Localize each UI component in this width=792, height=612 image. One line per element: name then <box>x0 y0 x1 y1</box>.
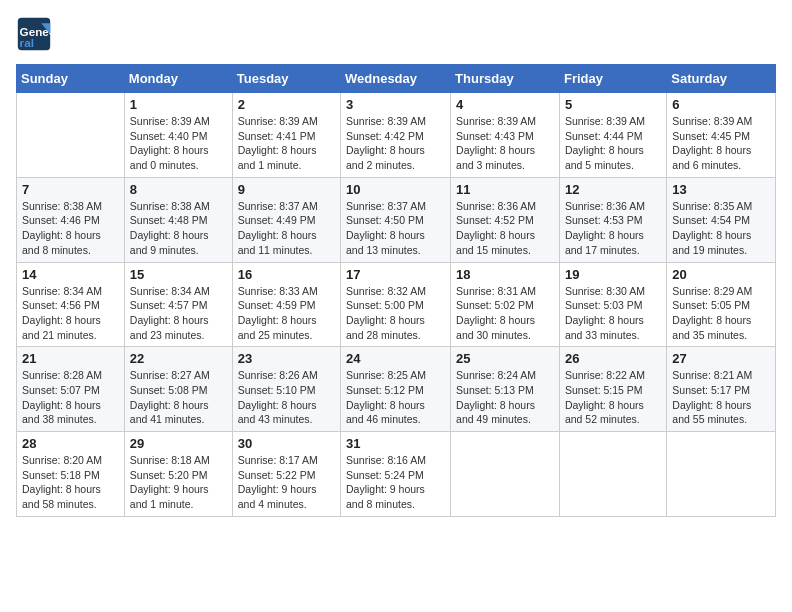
day-info: Sunrise: 8:21 AMSunset: 5:17 PMDaylight:… <box>672 368 770 427</box>
calendar-cell <box>559 432 666 517</box>
day-number: 11 <box>456 182 554 197</box>
calendar-cell: 1Sunrise: 8:39 AMSunset: 4:40 PMDaylight… <box>124 93 232 178</box>
day-info: Sunrise: 8:38 AMSunset: 4:48 PMDaylight:… <box>130 199 227 258</box>
calendar-cell <box>17 93 125 178</box>
calendar-cell: 6Sunrise: 8:39 AMSunset: 4:45 PMDaylight… <box>667 93 776 178</box>
day-number: 31 <box>346 436 445 451</box>
day-info: Sunrise: 8:39 AMSunset: 4:44 PMDaylight:… <box>565 114 661 173</box>
day-info: Sunrise: 8:39 AMSunset: 4:41 PMDaylight:… <box>238 114 335 173</box>
calendar-cell: 17Sunrise: 8:32 AMSunset: 5:00 PMDayligh… <box>341 262 451 347</box>
calendar-week-4: 21Sunrise: 8:28 AMSunset: 5:07 PMDayligh… <box>17 347 776 432</box>
day-number: 24 <box>346 351 445 366</box>
day-info: Sunrise: 8:36 AMSunset: 4:53 PMDaylight:… <box>565 199 661 258</box>
weekday-header-friday: Friday <box>559 65 666 93</box>
calendar-cell: 8Sunrise: 8:38 AMSunset: 4:48 PMDaylight… <box>124 177 232 262</box>
day-number: 4 <box>456 97 554 112</box>
day-info: Sunrise: 8:39 AMSunset: 4:43 PMDaylight:… <box>456 114 554 173</box>
calendar-cell: 24Sunrise: 8:25 AMSunset: 5:12 PMDayligh… <box>341 347 451 432</box>
day-info: Sunrise: 8:32 AMSunset: 5:00 PMDaylight:… <box>346 284 445 343</box>
day-number: 29 <box>130 436 227 451</box>
calendar-cell: 9Sunrise: 8:37 AMSunset: 4:49 PMDaylight… <box>232 177 340 262</box>
day-info: Sunrise: 8:34 AMSunset: 4:57 PMDaylight:… <box>130 284 227 343</box>
day-info: Sunrise: 8:16 AMSunset: 5:24 PMDaylight:… <box>346 453 445 512</box>
svg-text:ral: ral <box>20 36 34 49</box>
calendar-header: SundayMondayTuesdayWednesdayThursdayFrid… <box>17 65 776 93</box>
day-info: Sunrise: 8:37 AMSunset: 4:50 PMDaylight:… <box>346 199 445 258</box>
day-info: Sunrise: 8:18 AMSunset: 5:20 PMDaylight:… <box>130 453 227 512</box>
day-number: 12 <box>565 182 661 197</box>
day-info: Sunrise: 8:33 AMSunset: 4:59 PMDaylight:… <box>238 284 335 343</box>
day-number: 9 <box>238 182 335 197</box>
day-number: 3 <box>346 97 445 112</box>
day-info: Sunrise: 8:26 AMSunset: 5:10 PMDaylight:… <box>238 368 335 427</box>
day-info: Sunrise: 8:24 AMSunset: 5:13 PMDaylight:… <box>456 368 554 427</box>
day-number: 10 <box>346 182 445 197</box>
calendar-cell <box>451 432 560 517</box>
day-number: 23 <box>238 351 335 366</box>
day-number: 30 <box>238 436 335 451</box>
day-info: Sunrise: 8:28 AMSunset: 5:07 PMDaylight:… <box>22 368 119 427</box>
logo-icon: Gene- ral <box>16 16 52 52</box>
day-info: Sunrise: 8:37 AMSunset: 4:49 PMDaylight:… <box>238 199 335 258</box>
calendar-cell: 18Sunrise: 8:31 AMSunset: 5:02 PMDayligh… <box>451 262 560 347</box>
calendar-cell: 7Sunrise: 8:38 AMSunset: 4:46 PMDaylight… <box>17 177 125 262</box>
day-number: 21 <box>22 351 119 366</box>
day-info: Sunrise: 8:27 AMSunset: 5:08 PMDaylight:… <box>130 368 227 427</box>
calendar-cell: 5Sunrise: 8:39 AMSunset: 4:44 PMDaylight… <box>559 93 666 178</box>
day-number: 28 <box>22 436 119 451</box>
calendar-week-2: 7Sunrise: 8:38 AMSunset: 4:46 PMDaylight… <box>17 177 776 262</box>
calendar-week-5: 28Sunrise: 8:20 AMSunset: 5:18 PMDayligh… <box>17 432 776 517</box>
day-number: 27 <box>672 351 770 366</box>
day-number: 20 <box>672 267 770 282</box>
calendar-week-3: 14Sunrise: 8:34 AMSunset: 4:56 PMDayligh… <box>17 262 776 347</box>
day-info: Sunrise: 8:35 AMSunset: 4:54 PMDaylight:… <box>672 199 770 258</box>
day-info: Sunrise: 8:17 AMSunset: 5:22 PMDaylight:… <box>238 453 335 512</box>
calendar-cell: 11Sunrise: 8:36 AMSunset: 4:52 PMDayligh… <box>451 177 560 262</box>
calendar-cell <box>667 432 776 517</box>
day-number: 13 <box>672 182 770 197</box>
day-number: 17 <box>346 267 445 282</box>
calendar-cell: 29Sunrise: 8:18 AMSunset: 5:20 PMDayligh… <box>124 432 232 517</box>
weekday-header-sunday: Sunday <box>17 65 125 93</box>
day-info: Sunrise: 8:30 AMSunset: 5:03 PMDaylight:… <box>565 284 661 343</box>
calendar-cell: 22Sunrise: 8:27 AMSunset: 5:08 PMDayligh… <box>124 347 232 432</box>
day-number: 1 <box>130 97 227 112</box>
calendar-cell: 25Sunrise: 8:24 AMSunset: 5:13 PMDayligh… <box>451 347 560 432</box>
day-number: 14 <box>22 267 119 282</box>
calendar-cell: 4Sunrise: 8:39 AMSunset: 4:43 PMDaylight… <box>451 93 560 178</box>
calendar-cell: 15Sunrise: 8:34 AMSunset: 4:57 PMDayligh… <box>124 262 232 347</box>
weekday-header-wednesday: Wednesday <box>341 65 451 93</box>
day-info: Sunrise: 8:29 AMSunset: 5:05 PMDaylight:… <box>672 284 770 343</box>
calendar-cell: 21Sunrise: 8:28 AMSunset: 5:07 PMDayligh… <box>17 347 125 432</box>
calendar-table: SundayMondayTuesdayWednesdayThursdayFrid… <box>16 64 776 517</box>
day-number: 15 <box>130 267 227 282</box>
calendar-cell: 19Sunrise: 8:30 AMSunset: 5:03 PMDayligh… <box>559 262 666 347</box>
calendar-cell: 20Sunrise: 8:29 AMSunset: 5:05 PMDayligh… <box>667 262 776 347</box>
weekday-header-saturday: Saturday <box>667 65 776 93</box>
day-info: Sunrise: 8:34 AMSunset: 4:56 PMDaylight:… <box>22 284 119 343</box>
calendar-cell: 13Sunrise: 8:35 AMSunset: 4:54 PMDayligh… <box>667 177 776 262</box>
calendar-cell: 16Sunrise: 8:33 AMSunset: 4:59 PMDayligh… <box>232 262 340 347</box>
day-info: Sunrise: 8:20 AMSunset: 5:18 PMDaylight:… <box>22 453 119 512</box>
weekday-header-thursday: Thursday <box>451 65 560 93</box>
day-info: Sunrise: 8:39 AMSunset: 4:45 PMDaylight:… <box>672 114 770 173</box>
day-number: 22 <box>130 351 227 366</box>
calendar-cell: 2Sunrise: 8:39 AMSunset: 4:41 PMDaylight… <box>232 93 340 178</box>
day-number: 25 <box>456 351 554 366</box>
calendar-cell: 3Sunrise: 8:39 AMSunset: 4:42 PMDaylight… <box>341 93 451 178</box>
day-info: Sunrise: 8:36 AMSunset: 4:52 PMDaylight:… <box>456 199 554 258</box>
day-number: 18 <box>456 267 554 282</box>
calendar-cell: 31Sunrise: 8:16 AMSunset: 5:24 PMDayligh… <box>341 432 451 517</box>
weekday-header-tuesday: Tuesday <box>232 65 340 93</box>
weekday-header-monday: Monday <box>124 65 232 93</box>
day-info: Sunrise: 8:25 AMSunset: 5:12 PMDaylight:… <box>346 368 445 427</box>
calendar-week-1: 1Sunrise: 8:39 AMSunset: 4:40 PMDaylight… <box>17 93 776 178</box>
calendar-cell: 28Sunrise: 8:20 AMSunset: 5:18 PMDayligh… <box>17 432 125 517</box>
calendar-cell: 10Sunrise: 8:37 AMSunset: 4:50 PMDayligh… <box>341 177 451 262</box>
day-number: 26 <box>565 351 661 366</box>
day-number: 19 <box>565 267 661 282</box>
calendar-cell: 23Sunrise: 8:26 AMSunset: 5:10 PMDayligh… <box>232 347 340 432</box>
day-number: 2 <box>238 97 335 112</box>
day-number: 6 <box>672 97 770 112</box>
logo: Gene- ral <box>16 16 56 52</box>
